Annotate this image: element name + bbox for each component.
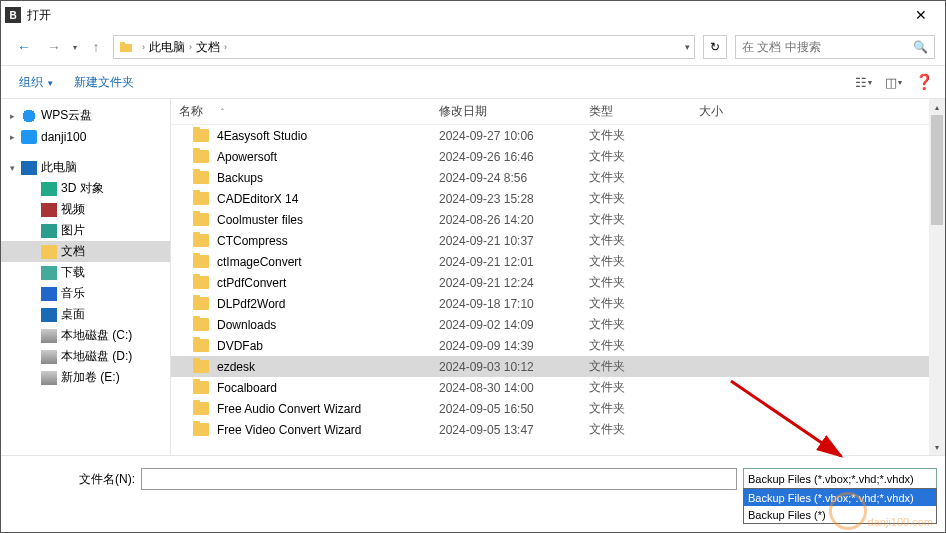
file-row[interactable]: Free Audio Convert Wizard2024-09-05 16:5… [171, 398, 945, 419]
window-title: 打开 [27, 7, 901, 24]
tree-item[interactable]: 桌面 [1, 304, 170, 325]
folder-icon [193, 402, 209, 415]
file-row[interactable]: Downloads2024-09-02 14:09文件夹 [171, 314, 945, 335]
breadcrumb[interactable]: 文档 [196, 39, 220, 56]
file-row[interactable]: CADEditorX 142024-09-23 15:28文件夹 [171, 188, 945, 209]
tree-item[interactable]: 新加卷 (E:) [1, 367, 170, 388]
forward-button[interactable]: → [41, 35, 67, 59]
search-icon: 🔍 [913, 40, 928, 54]
svg-rect-0 [120, 44, 132, 52]
file-row[interactable]: Focalboard2024-08-30 14:00文件夹 [171, 377, 945, 398]
file-row[interactable]: ctPdfConvert2024-09-21 12:24文件夹 [171, 272, 945, 293]
folder-icon [193, 150, 209, 163]
tree-item[interactable]: 图片 [1, 220, 170, 241]
tree-sidebar: ▸WPS云盘▸danji100▾此电脑3D 对象视频图片文档下载音乐桌面本地磁盘… [1, 99, 171, 455]
scroll-down[interactable]: ▾ [929, 439, 945, 455]
close-button[interactable]: ✕ [901, 1, 941, 29]
column-date[interactable]: 修改日期 [439, 103, 589, 120]
scroll-up[interactable]: ▴ [929, 99, 945, 115]
folder-icon [193, 360, 209, 373]
folder-icon [193, 381, 209, 394]
breadcrumb[interactable]: 此电脑 [149, 39, 185, 56]
folder-icon [193, 255, 209, 268]
folder-icon [193, 297, 209, 310]
folder-icon [193, 192, 209, 205]
scrollbar[interactable]: ▴ ▾ [929, 99, 945, 455]
scroll-thumb[interactable] [931, 115, 943, 225]
app-icon: B [5, 7, 21, 23]
tree-item[interactable]: ▾此电脑 [1, 157, 170, 178]
tree-item[interactable]: 下载 [1, 262, 170, 283]
svg-rect-1 [120, 42, 125, 45]
tree-item[interactable]: 本地磁盘 (D:) [1, 346, 170, 367]
tree-item[interactable]: 文档 [1, 241, 170, 262]
help-button[interactable]: ❓ [913, 72, 935, 92]
view-mode-button[interactable]: ☷ ▼ [853, 72, 875, 92]
file-list: 4Easysoft Studio2024-09-27 10:06文件夹Apowe… [171, 125, 945, 455]
file-row[interactable]: ctImageConvert2024-09-21 12:01文件夹 [171, 251, 945, 272]
history-dropdown[interactable]: ▾ [73, 43, 77, 52]
path-bar[interactable]: › 此电脑 › 文档 › ▾ [113, 35, 695, 59]
tree-item[interactable]: 视频 [1, 199, 170, 220]
file-row[interactable]: Free Video Convert Wizard2024-09-05 13:4… [171, 419, 945, 440]
file-row[interactable]: DVDFab2024-09-09 14:39文件夹 [171, 335, 945, 356]
folder-icon [193, 234, 209, 247]
folder-icon [193, 213, 209, 226]
folder-icon [193, 276, 209, 289]
back-button[interactable]: ← [11, 35, 37, 59]
filename-label: 文件名(N): [79, 471, 135, 488]
column-size[interactable]: 大小 [699, 103, 779, 120]
file-row[interactable]: DLPdf2Word2024-09-18 17:10文件夹 [171, 293, 945, 314]
filename-input[interactable] [141, 468, 737, 490]
folder-icon [193, 423, 209, 436]
search-input[interactable] [742, 40, 913, 54]
tree-item[interactable]: ▸WPS云盘 [1, 105, 170, 126]
tree-item[interactable]: 3D 对象 [1, 178, 170, 199]
organize-button[interactable]: 组织 ▼ [11, 70, 62, 95]
folder-path-icon [118, 39, 134, 55]
refresh-button[interactable]: ↻ [703, 35, 727, 59]
file-row[interactable]: CTCompress2024-09-21 10:37文件夹 [171, 230, 945, 251]
folder-icon [193, 318, 209, 331]
column-type[interactable]: 类型 [589, 103, 699, 120]
folder-icon [193, 129, 209, 142]
file-row[interactable]: 4Easysoft Studio2024-09-27 10:06文件夹 [171, 125, 945, 146]
watermark: danji100.com [868, 516, 933, 528]
filter-option[interactable]: Backup Files (*.vbox;*.vhd;*.vhdx) [744, 489, 936, 506]
path-dropdown[interactable]: ▾ [685, 42, 690, 52]
file-row[interactable]: Backups2024-09-24 8:56文件夹 [171, 167, 945, 188]
filter-dropdown[interactable]: Backup Files (*.vbox;*.vhd;*.vhdx) [743, 468, 937, 490]
tree-item[interactable]: ▸danji100 [1, 126, 170, 147]
file-row[interactable]: Coolmuster files2024-08-26 14:20文件夹 [171, 209, 945, 230]
tree-item[interactable]: 本地磁盘 (C:) [1, 325, 170, 346]
file-row[interactable]: ezdesk2024-09-03 10:12文件夹 [171, 356, 945, 377]
preview-pane-button[interactable]: ◫ ▼ [883, 72, 905, 92]
column-name[interactable]: 名称ˆ [179, 103, 439, 120]
folder-icon [193, 339, 209, 352]
new-folder-button[interactable]: 新建文件夹 [66, 70, 142, 95]
search-box[interactable]: 🔍 [735, 35, 935, 59]
up-button[interactable]: ↑ [83, 35, 109, 59]
folder-icon [193, 171, 209, 184]
tree-item[interactable]: 音乐 [1, 283, 170, 304]
file-row[interactable]: Apowersoft2024-09-26 16:46文件夹 [171, 146, 945, 167]
